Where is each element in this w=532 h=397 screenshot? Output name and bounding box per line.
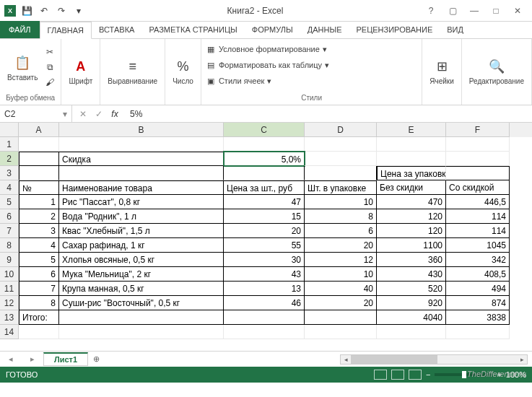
- cell[interactable]: 1100: [377, 238, 446, 253]
- cell[interactable]: Итого:: [19, 310, 59, 325]
- cell[interactable]: 1: [19, 195, 59, 209]
- cell[interactable]: 30: [224, 253, 305, 267]
- cell[interactable]: 20: [224, 224, 305, 238]
- qat-customize-icon[interactable]: ▾: [72, 4, 85, 17]
- row-header[interactable]: 14: [0, 325, 19, 339]
- cell[interactable]: 5: [19, 253, 59, 267]
- cell[interactable]: Крупа манная, 0,5 кг: [59, 282, 224, 296]
- cell[interactable]: Наименование товара: [59, 180, 224, 195]
- format-painter-icon[interactable]: 🖌: [43, 76, 56, 89]
- row-header[interactable]: 12: [0, 296, 19, 310]
- col-header[interactable]: D: [305, 123, 377, 137]
- cell[interactable]: [305, 310, 377, 325]
- cell[interactable]: 8: [19, 296, 59, 310]
- tab-insert[interactable]: ВСТАВКА: [92, 21, 141, 38]
- tab-home[interactable]: ГЛАВНАЯ: [40, 22, 92, 39]
- fx-icon[interactable]: fx: [108, 108, 121, 121]
- cells-button[interactable]: ⊞ Ячейки: [427, 56, 457, 87]
- cell[interactable]: Хлопья овсяные, 0,5 кг: [59, 253, 224, 267]
- row-header[interactable]: 5: [0, 195, 19, 209]
- font-button[interactable]: A Шрифт: [66, 56, 95, 87]
- cell[interactable]: №: [19, 180, 59, 195]
- cell[interactable]: [305, 166, 377, 180]
- close-button[interactable]: ✕: [507, 4, 528, 18]
- row-header[interactable]: 11: [0, 282, 19, 296]
- undo-icon[interactable]: ↶: [38, 4, 51, 17]
- row-header[interactable]: 13: [0, 310, 19, 325]
- horizontal-scrollbar[interactable]: ◂▸: [340, 354, 528, 365]
- number-button[interactable]: % Число: [170, 56, 196, 87]
- cell[interactable]: 40: [305, 282, 377, 296]
- cell[interactable]: Мука "Мельница", 2 кг: [59, 267, 224, 282]
- cell[interactable]: 360: [377, 253, 446, 267]
- copy-icon[interactable]: ⧉: [43, 61, 56, 74]
- select-all-corner[interactable]: [0, 123, 19, 137]
- ribbon-display-button[interactable]: ▢: [442, 4, 463, 18]
- row-header[interactable]: 9: [0, 253, 19, 267]
- cell[interactable]: [19, 166, 59, 180]
- cell[interactable]: [446, 325, 510, 339]
- cell[interactable]: [224, 310, 305, 325]
- cell[interactable]: 3838: [446, 310, 510, 325]
- cell[interactable]: Со скидкой: [446, 180, 510, 195]
- chevron-down-icon[interactable]: ▾: [63, 109, 67, 119]
- cell[interactable]: Рис "Пассат", 0,8 кг: [59, 195, 224, 209]
- page-break-view-icon[interactable]: [409, 370, 422, 380]
- cell[interactable]: 120: [377, 224, 446, 238]
- cell[interactable]: [377, 152, 446, 166]
- cell[interactable]: [446, 166, 510, 180]
- cell[interactable]: Вода "Родник", 1 л: [59, 209, 224, 224]
- cell[interactable]: [446, 152, 510, 166]
- row-header[interactable]: 10: [0, 267, 19, 282]
- cell[interactable]: 43: [224, 267, 305, 282]
- conditional-formatting-button[interactable]: ▦Условное форматирование ▾: [206, 42, 417, 56]
- formula-bar[interactable]: 5%: [126, 109, 532, 119]
- cell[interactable]: 1045: [446, 238, 510, 253]
- cell[interactable]: [446, 137, 510, 152]
- paste-button[interactable]: 📋 Вставить: [4, 52, 40, 83]
- cell[interactable]: [305, 152, 377, 166]
- alignment-button[interactable]: ≡ Выравнивание: [105, 56, 160, 87]
- tab-data[interactable]: ДАННЫЕ: [300, 21, 349, 38]
- row-header[interactable]: 7: [0, 224, 19, 238]
- spreadsheet-grid[interactable]: A B C D E F 12Скидка5,0%3Цена за упаковк…: [0, 123, 532, 351]
- cell[interactable]: 2: [19, 209, 59, 224]
- help-button[interactable]: ?: [421, 4, 441, 18]
- minimize-button[interactable]: —: [464, 4, 484, 18]
- cell[interactable]: 114: [446, 224, 510, 238]
- cell[interactable]: 3: [19, 224, 59, 238]
- cell-styles-button[interactable]: ▣Стили ячеек ▾: [206, 74, 417, 88]
- cell[interactable]: 10: [305, 195, 377, 209]
- col-header[interactable]: F: [446, 123, 510, 137]
- cell[interactable]: 520: [377, 282, 446, 296]
- tab-page-layout[interactable]: РАЗМЕТКА СТРАНИЦЫ: [141, 21, 244, 38]
- cell[interactable]: 342: [446, 253, 510, 267]
- cell[interactable]: [224, 137, 305, 152]
- cell[interactable]: Цена за шт., руб: [224, 180, 305, 195]
- tab-file[interactable]: ФАЙЛ: [0, 21, 40, 38]
- cell[interactable]: 446,5: [446, 195, 510, 209]
- page-layout-view-icon[interactable]: [391, 370, 404, 380]
- maximize-button[interactable]: □: [486, 4, 506, 18]
- cell[interactable]: [19, 152, 59, 166]
- cell[interactable]: Цена за упаковку, руб: [377, 166, 446, 180]
- row-header[interactable]: 1: [0, 137, 19, 152]
- cell[interactable]: 12: [305, 253, 377, 267]
- cell[interactable]: [59, 310, 224, 325]
- new-sheet-button[interactable]: ⊕: [88, 352, 104, 367]
- cell[interactable]: Шт. в упаковке: [305, 180, 377, 195]
- cell[interactable]: 874: [446, 296, 510, 310]
- cell[interactable]: 46: [224, 296, 305, 310]
- cell[interactable]: 4: [19, 238, 59, 253]
- cell[interactable]: [224, 325, 305, 339]
- row-header[interactable]: 8: [0, 238, 19, 253]
- cell[interactable]: [305, 137, 377, 152]
- name-box[interactable]: C2▾: [0, 105, 72, 122]
- cell[interactable]: 120: [377, 209, 446, 224]
- row-header[interactable]: 4: [0, 180, 19, 195]
- col-header[interactable]: B: [59, 123, 224, 137]
- cell[interactable]: 10: [305, 267, 377, 282]
- normal-view-icon[interactable]: [374, 370, 387, 380]
- cell[interactable]: [19, 325, 59, 339]
- row-header[interactable]: 2: [0, 152, 19, 166]
